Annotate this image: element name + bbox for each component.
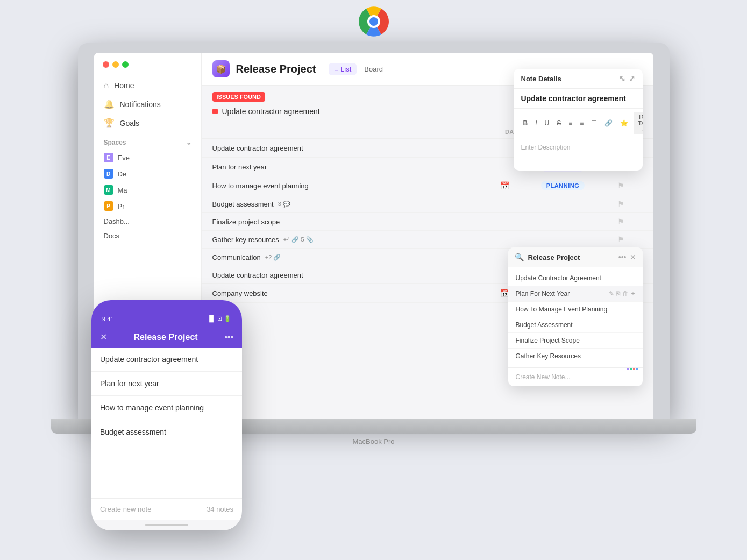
italic-button[interactable]: I	[533, 118, 539, 128]
phone-note-item-3[interactable]: Budget assessment	[91, 420, 242, 444]
notes-list: Update Contractor Agreement Plan For Nex…	[508, 267, 643, 367]
task-name-4: Finalize project scope	[212, 218, 479, 226]
table-row[interactable]: Budget assessment 3 💬 ⚑	[202, 195, 653, 213]
traffic-lights	[94, 61, 201, 76]
phone-header-title: Release Project	[134, 332, 198, 342]
note-item-actions-1: ✎ ⎘ 🗑 +	[609, 290, 635, 297]
notes-list-item-5[interactable]: Gather Key Resources	[508, 349, 643, 364]
task-badge-6: +2 🔗	[265, 254, 281, 261]
svg-rect-5	[633, 368, 635, 370]
phone-header: ✕ Release Project •••	[91, 327, 242, 348]
phone-status-bar: 9:41 ▐▌ ⊡ 🔋	[91, 311, 242, 327]
spaces-section: Spaces ⌄	[94, 132, 201, 150]
table-row[interactable]: Finalize project scope ⚑	[202, 213, 653, 231]
popup-header-actions: ⤡ ⤢	[619, 74, 635, 83]
create-note-input[interactable]: Create New Note...	[508, 367, 643, 386]
project-title: Release Project	[236, 63, 316, 75]
flag-icon-4: ⚑	[617, 217, 624, 226]
task-name-7: Update contractor agreement	[212, 271, 479, 279]
note-details-popup: Note Details ⤡ ⤢ Update contractor agree…	[514, 69, 643, 171]
strikethrough-button[interactable]: S	[554, 118, 563, 128]
phone-note-item-2[interactable]: How to manage event planning	[91, 396, 242, 420]
notes-list-item-2[interactable]: How To Manage Event Planning	[508, 302, 643, 317]
traffic-light-green[interactable]	[122, 61, 129, 68]
delete-icon[interactable]: 🗑	[622, 290, 629, 297]
space-dot-pr: P	[104, 201, 113, 211]
flag-icon-5: ⚑	[617, 235, 624, 244]
search-icon[interactable]: 🔍	[515, 253, 524, 261]
task-priority-5: ⚑	[600, 235, 643, 244]
space-item-eve[interactable]: E Eve	[94, 150, 201, 166]
table-row[interactable]: Gather key resources +4 🔗 5 📎 ⚑	[202, 231, 653, 249]
link-button[interactable]: 🔗	[602, 118, 615, 128]
notes-more-icon[interactable]: •••	[618, 253, 627, 261]
traffic-light-red[interactable]	[103, 61, 109, 68]
ordered-list-button[interactable]: ≡	[578, 118, 586, 128]
notes-header-actions: ••• ✕	[618, 253, 636, 261]
sidebar-item-docs[interactable]: Docs	[94, 229, 201, 243]
phone-time: 9:41	[102, 316, 113, 322]
sidebar-nav: ⌂ Home 🔔 Notifications 🏆 Goals	[94, 76, 201, 132]
space-item-ma[interactable]: M Ma	[94, 182, 201, 198]
notes-list-item-3[interactable]: Budget Assessment	[508, 317, 643, 333]
task-priority-3: ⚑	[600, 200, 643, 208]
traffic-light-yellow[interactable]	[112, 61, 119, 68]
sidebar-item-home[interactable]: ⌂ Home	[98, 76, 197, 95]
copy-icon[interactable]: ⎘	[616, 290, 620, 297]
list-button[interactable]: ≡	[566, 118, 574, 128]
notes-list-item-1[interactable]: Plan For Next Year ✎ ⎘ 🗑 +	[508, 286, 643, 302]
svg-rect-6	[636, 368, 638, 370]
space-dot-de: D	[104, 169, 113, 179]
to-task-button[interactable]: TO TASK →	[634, 112, 642, 134]
home-icon: ⌂	[104, 81, 109, 90]
task-priority-4: ⚑	[600, 217, 643, 226]
notes-close-icon[interactable]: ✕	[630, 253, 636, 261]
task-badge-3: 3 💬	[278, 201, 290, 208]
notes-sidebar-popup: 🔍 Release Project ••• ✕ Update Contracto…	[508, 247, 643, 386]
mobile-phone: 9:41 ▐▌ ⊡ 🔋 ✕ Release Project ••• Update…	[91, 300, 242, 530]
sidebar-item-notifications[interactable]: 🔔 Notifications	[98, 95, 197, 114]
cal-icon-2: 📅	[500, 181, 509, 190]
underline-button[interactable]: U	[543, 118, 552, 128]
bold-button[interactable]: B	[521, 118, 530, 128]
edit-icon[interactable]: ✎	[609, 290, 614, 297]
check-button[interactable]: ☐	[589, 118, 599, 128]
tab-board[interactable]: Board	[359, 63, 388, 75]
phone-close-button[interactable]: ✕	[100, 332, 107, 342]
phone-more-button[interactable]: •••	[224, 332, 233, 342]
notes-sidebar-header: 🔍 Release Project ••• ✕	[508, 247, 643, 267]
phone-note-count: 34 notes	[207, 505, 233, 513]
note-title: Update contractor agreement	[514, 89, 643, 109]
tab-list[interactable]: ≡ List	[329, 63, 357, 75]
phone-create-label[interactable]: Create new note	[100, 505, 151, 513]
phone-note-item-1[interactable]: Plan for next year	[91, 372, 242, 396]
task-name-8: Company website	[212, 289, 479, 297]
table-row[interactable]: How to manage event planning 📅 PLANNING …	[202, 176, 653, 195]
space-item-de[interactable]: D De	[94, 166, 201, 182]
sidebar-item-dashboard[interactable]: Dashb...	[94, 214, 201, 229]
add-icon[interactable]: +	[631, 290, 635, 297]
phone-note-item-0[interactable]: Update contractor agreement	[91, 348, 242, 372]
task-name-5: Gather key resources +4 🔗 5 📎	[212, 236, 479, 244]
sidebar-item-goals[interactable]: 🏆 Goals	[98, 114, 197, 132]
task-name-2: How to manage event planning	[212, 182, 479, 190]
tab-bar: ≡ List Board	[329, 63, 388, 75]
note-description[interactable]: Enter Description	[514, 138, 643, 171]
popup-title: Note Details	[521, 75, 561, 83]
svg-rect-3	[627, 368, 629, 370]
task-name-1: Plan for next year	[212, 163, 479, 171]
phone-status-icons: ▐▌ ⊡ 🔋	[207, 315, 231, 322]
notes-list-item-4[interactable]: Finalize Project Scope	[508, 333, 643, 349]
flag-icon-3: ⚑	[617, 200, 624, 208]
notes-list-item-0[interactable]: Update Contractor Agreement	[508, 271, 643, 286]
sidebar-home-label: Home	[114, 81, 134, 90]
space-item-pr[interactable]: P Pr	[94, 198, 201, 214]
stage-badge-2: PLANNING	[541, 181, 585, 190]
popup-header: Note Details ⤡ ⤢	[514, 69, 643, 89]
sidebar-notifications-label: Notifications	[120, 100, 161, 109]
popup-expand-icon[interactable]: ⤢	[629, 74, 635, 83]
star-button[interactable]: ⭐	[618, 118, 630, 128]
popup-minimize-icon[interactable]: ⤡	[619, 74, 625, 83]
flag-icon-2: ⚑	[617, 181, 624, 190]
chevron-down-icon[interactable]: ⌄	[186, 139, 191, 146]
